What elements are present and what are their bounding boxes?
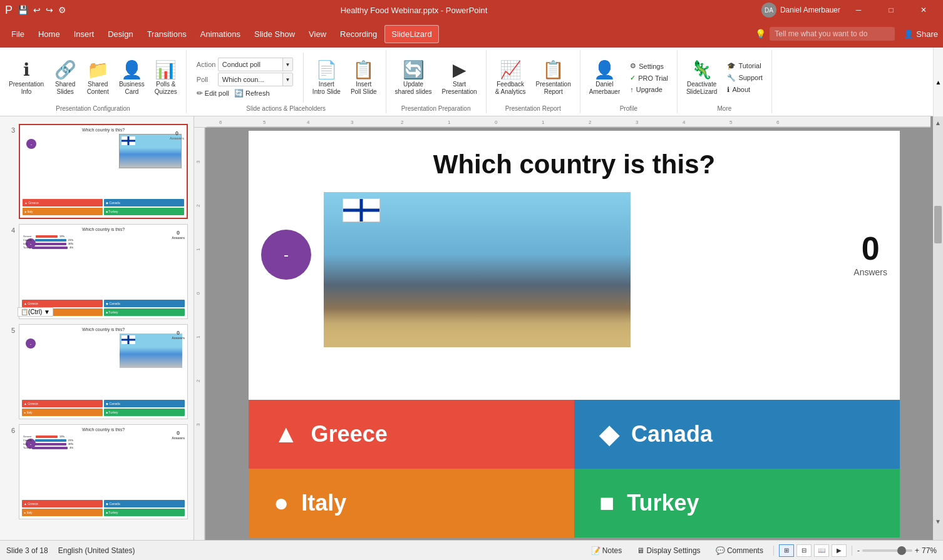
svg-text:3: 3 <box>636 120 639 125</box>
shared-slides-button[interactable]: 🔗 SharedSlides <box>50 57 80 98</box>
poll-dropdown-arrow[interactable]: ▼ <box>282 73 292 86</box>
redo-icon[interactable]: ↪ <box>46 5 53 15</box>
slidesorter-view-button[interactable]: ⊟ <box>796 544 812 557</box>
slide-thumb-3[interactable]: Which country is this? - 0 Answers <box>19 124 188 219</box>
upgrade-icon: ↑ <box>630 86 634 93</box>
slide-number-5: 5 <box>5 327 15 334</box>
business-card-button[interactable]: 👤 BusinessCard <box>115 57 148 98</box>
update-shared-slides-button[interactable]: 🔄 Updateshared slides <box>391 57 436 98</box>
slide-canvas[interactable]: Which country is this? - <box>249 131 900 537</box>
titlebar-left: P 💾 ↩ ↪ ⚙ <box>5 4 66 17</box>
about-button[interactable]: ℹ About <box>723 84 766 95</box>
svg-text:1: 1 <box>195 248 201 251</box>
presentation-info-button[interactable]: ℹ PresentationInfo <box>5 57 48 98</box>
slide-panel: 3 Which country is this? - 0 Answers <box>0 116 194 540</box>
svg-text:1: 1 <box>542 120 545 125</box>
slide-thumb-4[interactable]: Which country is this? - Greece13% Canad… <box>19 224 188 319</box>
menu-file[interactable]: File <box>5 26 31 43</box>
menu-transitions[interactable]: Transitions <box>141 26 193 43</box>
option-italy[interactable]: ● Italy <box>249 469 574 537</box>
refresh-icon: 🔄 <box>234 89 244 98</box>
menu-view[interactable]: View <box>302 26 332 43</box>
titlebar-controls: DA Daniel Amerbauer ─ □ ✕ <box>761 0 938 20</box>
slideshow-view-button[interactable]: ▶ <box>832 544 847 557</box>
minimize-button[interactable]: ─ <box>844 0 873 20</box>
tutorial-button[interactable]: 🎓 Tutorial <box>723 61 766 71</box>
polls-quizzes-button[interactable]: 📊 Polls &Quizzes <box>151 57 181 98</box>
poll-value: Which coun... <box>219 76 282 83</box>
feedback-analytics-button[interactable]: 📈 Feedback& Analytics <box>492 57 530 98</box>
powerpoint-logo-icon: P <box>5 4 13 17</box>
option-canada[interactable]: ◆ Canada <box>574 400 900 469</box>
scroll-down-button[interactable]: ▼ <box>933 515 943 527</box>
option-greece[interactable]: ▲ Greece <box>249 400 574 469</box>
reading-view-button[interactable]: 📖 <box>814 544 829 557</box>
slide-thumb-5[interactable]: Which country is this? - 0 Answers ▲ Gre… <box>19 324 188 419</box>
edit-poll-button[interactable]: ✏ Edit poll <box>197 89 229 98</box>
action-dropdown-arrow[interactable]: ▼ <box>282 58 292 71</box>
support-icon: 🔧 <box>727 74 736 82</box>
pro-trial-icon: ✓ <box>630 74 636 82</box>
ribbon-collapse-button[interactable]: ▲ <box>933 48 943 116</box>
user-info: DA Daniel Amerbauer <box>761 3 840 18</box>
maximize-button[interactable]: □ <box>877 0 905 20</box>
notes-button[interactable]: 📝 Notes <box>586 545 627 556</box>
deactivate-button[interactable]: 🦎 DeactivateSlideLizard <box>683 57 721 98</box>
scrollbar-right[interactable]: ▲ ▼ <box>933 116 943 540</box>
menu-slidelizard[interactable]: SlideLizard <box>384 25 438 43</box>
action-dropdown[interactable]: Conduct poll ▼ <box>218 58 293 71</box>
paste-indicator[interactable]: 📋(Ctrl) ▼ <box>18 307 53 317</box>
poll-label: Poll <box>197 76 215 83</box>
thumb-answers-6: 0 Answers <box>172 430 185 440</box>
zoom-out-icon[interactable]: - <box>857 546 860 555</box>
scroll-thumb-right[interactable] <box>934 206 942 243</box>
normal-view-button[interactable]: ⊞ <box>779 544 794 557</box>
close-button[interactable]: ✕ <box>909 0 938 20</box>
insert-poll-slide-button[interactable]: 📋 InsertPoll Slide <box>347 57 381 98</box>
canada-label: Canada <box>631 421 713 447</box>
slide-item-6[interactable]: 6 Which country is this? - Greece13% Can… <box>0 422 193 522</box>
share-button[interactable]: 👤 Share <box>904 29 938 39</box>
undo-icon[interactable]: ↩ <box>33 5 41 15</box>
menu-recording[interactable]: Recording <box>334 26 383 43</box>
shared-content-button[interactable]: 📁 SharedContent <box>83 57 113 98</box>
pro-trial-button[interactable]: ✓ PRO Trial <box>626 73 672 83</box>
ribbon-group-presentation-config: ℹ PresentationInfo 🔗 SharedSlides 📁 Shar… <box>0 50 187 113</box>
thumb-chart-4: Greece13% Canada21% Italy30% Turkey4% <box>23 235 73 265</box>
zoom-thumb[interactable] <box>897 546 906 555</box>
menu-slideshow[interactable]: Slide Show <box>248 26 301 43</box>
slide-actions-label: Slide actions & Placeholders <box>192 105 381 113</box>
menu-animations[interactable]: Animations <box>194 26 247 43</box>
display-settings-button[interactable]: 🖥 Display Settings <box>632 545 705 556</box>
svg-text:2: 2 <box>401 120 404 125</box>
menu-insert[interactable]: Insert <box>68 26 101 43</box>
upgrade-button[interactable]: ↑ Upgrade <box>626 84 672 94</box>
option-turkey[interactable]: ■ Turkey <box>574 469 900 537</box>
slide-item-5[interactable]: 5 Which country is this? - 0 Answers <box>0 322 193 422</box>
poll-dropdown[interactable]: Which coun... ▼ <box>218 73 293 86</box>
insert-intro-slide-button[interactable]: 📄 InsertIntro Slide <box>309 57 344 98</box>
config-group-label: Presentation Configuration <box>5 105 181 113</box>
presentation-report-button[interactable]: 📋 PresentationReport <box>532 57 575 98</box>
menu-home[interactable]: Home <box>32 26 66 43</box>
poll-row: Poll Which coun... ▼ <box>197 73 293 86</box>
slide-item-4[interactable]: 4 Which country is this? - Greece13% Can… <box>0 221 193 322</box>
slide-purple-circle[interactable]: - <box>261 230 311 280</box>
zoom-slider[interactable] <box>862 549 912 552</box>
comments-button[interactable]: 💬 Comments <box>711 545 768 556</box>
menu-design[interactable]: Design <box>101 26 139 43</box>
settings-button[interactable]: ⚙ Settings <box>626 61 672 71</box>
zoom-in-icon[interactable]: + <box>915 546 919 555</box>
customize-icon[interactable]: ⚙ <box>58 5 66 15</box>
support-button[interactable]: 🔧 Support <box>723 73 766 83</box>
daniel-profile-button[interactable]: 👤 DanielAmerbauer <box>585 57 624 98</box>
slide-thumb-6[interactable]: Which country is this? - Greece13% Canad… <box>19 424 188 519</box>
update-shared-icon: 🔄 <box>403 59 425 80</box>
scroll-up-button[interactable]: ▲ <box>933 116 943 129</box>
start-presentation-button[interactable]: ▶ StartPresentation <box>438 57 481 98</box>
slide-item-3[interactable]: 3 Which country is this? - 0 Answers <box>0 121 193 221</box>
tell-me-input[interactable] <box>770 27 895 41</box>
slide-answers-count: 0 Answers <box>853 230 887 277</box>
refresh-button[interactable]: 🔄 Refresh <box>234 89 270 98</box>
save-icon[interactable]: 💾 <box>18 5 28 15</box>
